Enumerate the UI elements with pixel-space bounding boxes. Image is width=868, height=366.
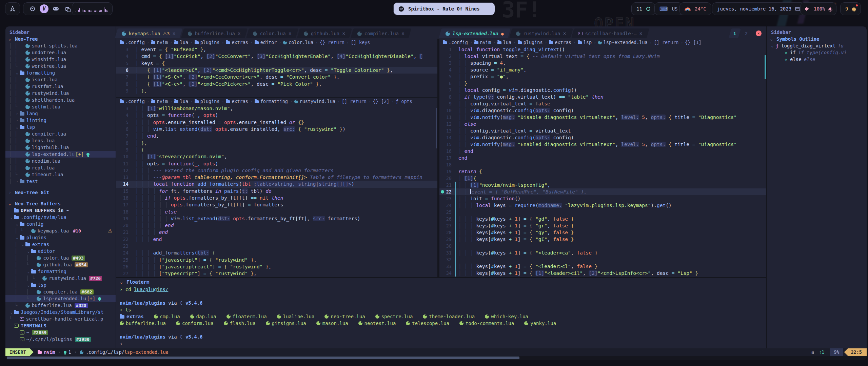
code-line[interactable]: 20│ [1]{ <box>439 175 766 182</box>
tree-item[interactable]: │ │ └ rustywind.lua#726 <box>5 275 116 282</box>
code-line[interactable]: 9│ }, <box>116 87 437 94</box>
section-neo-tree-buffers[interactable]: ⌄Neo-Tree Buffers <box>5 200 116 207</box>
chevron-down-icon[interactable]: ⌄ <box>15 236 20 240</box>
section-neo-tree[interactable]: ⌄Neo-Tree <box>5 36 116 42</box>
code-line[interactable]: 9│ │ config.virtual_text = false <box>439 100 766 107</box>
code-line[interactable]: 4│ │ opts = function(_, opts) <box>116 112 437 119</box>
breadcrumb-item[interactable]: [] return <box>654 40 678 45</box>
code-line[interactable]: 21│ │ │ │ end <box>116 229 437 236</box>
section-neo-tree-git[interactable]: ›Neo-Tree Git <box>5 189 116 196</box>
code-line[interactable]: 28│ │ │ keys[#keys + 1] = { "gy", false … <box>439 229 766 236</box>
code-line[interactable]: 12│ │ │ --- Extend the conform plugin co… <box>116 167 437 174</box>
code-line[interactable]: 5│ │ prefix = "●", <box>439 73 766 80</box>
breadcrumb-item[interactable]: color.lua <box>283 40 313 45</box>
code-line[interactable]: 15│ │ │ │ for ft, formatters in pairs(t:… <box>116 188 437 195</box>
breadcrumb-item[interactable]: lsp <box>578 40 592 45</box>
breadcrumb-item[interactable]: lua <box>497 40 511 45</box>
file-item[interactable]: spectre.lua <box>375 314 413 319</box>
code-line[interactable]: 27│ │ │ keys[#keys + 1] = { "gr", false … <box>439 222 766 229</box>
tree-item[interactable]: │ ›linting <box>5 117 116 124</box>
breadcrumb-item[interactable]: formatting <box>255 99 288 104</box>
code-line[interactable]: 23 <box>116 243 437 249</box>
chevron-down-icon[interactable]: ⌄ <box>15 71 20 75</box>
workspace-gamepad[interactable] <box>51 4 60 13</box>
breadcrumb-item[interactable]: ƒ opts <box>396 99 412 104</box>
workspace-nvim[interactable]: V <box>40 4 48 13</box>
code-line[interactable]: 3│ event = { "BufRead" }, <box>116 46 437 53</box>
floaterm-header[interactable]: ⌄ Floaterm <box>116 278 766 286</box>
code-line[interactable]: 10│ │ [1]"stevearc/conform.nvim", <box>116 153 437 160</box>
tree-item[interactable]: │ │ lsp-extended.lu[+] <box>5 151 116 158</box>
tree-item[interactable]: │ │ lens.lua <box>5 137 116 144</box>
file-item[interactable]: cmp.lua <box>154 314 180 319</box>
scrollbar-handle[interactable] <box>436 108 437 148</box>
tree-item[interactable]: │ ›lang <box>5 110 116 117</box>
code-line[interactable]: 6│ { [1]"<leader>uC", [2]"<cmd>CccHighli… <box>116 67 437 74</box>
tree-item[interactable]: OPEN BUFFERS in ~ <box>5 207 116 214</box>
tab-color-lua[interactable]: color.lua× <box>246 28 298 38</box>
tree-item[interactable]: │ └ github.lua#654 <box>5 261 116 268</box>
breadcrumb-item[interactable]: lua <box>174 99 188 104</box>
tree-item[interactable]: │ │ winshift.lua <box>5 56 116 63</box>
file-item[interactable]: gitsigns.lua <box>266 321 306 326</box>
symbols-outline-header[interactable]: ⌄ Symbols Outline <box>767 36 867 42</box>
tree-item[interactable]: │ │ smart-splits.lua <box>5 42 116 49</box>
media-player-widget[interactable]: Spiritbox - Rule Of Nines <box>393 2 495 15</box>
tab-close-icon[interactable]: × <box>563 30 566 36</box>
tree-item[interactable]: │ │ rustfmt.lua <box>5 83 116 90</box>
symbol-item-else[interactable]: ◇elseelse <box>767 56 867 63</box>
chevron-down-icon[interactable]: ⌄ <box>20 242 25 247</box>
tree-item[interactable]: │ ⌄extras <box>5 241 116 248</box>
chevron-down-icon[interactable]: ⌄ <box>26 283 31 287</box>
chevron-right-icon[interactable]: › <box>15 118 20 123</box>
tree-item[interactable]: │ ⌄editor <box>5 248 116 255</box>
file-item[interactable]: dap.lua <box>190 314 216 319</box>
tree-item[interactable]: ⌄.config/nvim/lua <box>5 214 116 221</box>
code-line[interactable]: 8│ { [1]"<C-c>", [2]"<cmd>CccPick<cr>", … <box>116 80 437 87</box>
file-item[interactable]: conform.lua <box>176 321 214 326</box>
tree-item[interactable]: │ │ compiler.lua#682 <box>5 288 116 295</box>
tree-item[interactable]: │ └ worktree.lua <box>5 63 116 69</box>
code-line[interactable]: 25│ │ │ │ ["javascript"] = { "rustywind"… <box>116 257 437 263</box>
code-line[interactable]: 1local function toggle_diag_virtext() <box>439 46 766 53</box>
code-line[interactable]: 27│ │ │ │ ["typescript"] = { "rustywind"… <box>116 270 437 277</box>
tree-item[interactable]: │ ›test <box>5 178 116 185</box>
tab-close-icon[interactable]: × <box>401 30 405 36</box>
file-item[interactable]: flash.lua <box>224 321 256 326</box>
tree-item[interactable]: │ └ lsp-extended.lu[+] <box>5 295 116 302</box>
tree-item[interactable]: │ │ compiler.lua <box>5 130 116 137</box>
tab-close-icon[interactable]: × <box>639 30 643 36</box>
breadcrumb-item[interactable]: [] keys <box>351 40 370 45</box>
tab-close-icon[interactable]: × <box>342 30 345 36</box>
symbol-item-if[interactable]: ◇ifif type(config.vi <box>767 49 867 56</box>
tree-item[interactable]: │ ⌄lsp <box>5 124 116 130</box>
tree-item[interactable]: │ ⌄formatting <box>5 268 116 275</box>
code-line[interactable]: 10│ │ vim.diagnostic.config(opts: config… <box>439 107 766 114</box>
tree-item[interactable]: ⌄Juegos/Indies/SteamLibrary/st <box>5 309 116 316</box>
chevron-right-icon[interactable]: › <box>15 179 20 184</box>
file-item[interactable]: todo-comments.lua <box>459 321 514 326</box>
launcher-button[interactable] <box>5 2 20 15</box>
tree-item[interactable]: │ │ lightbulb.lua <box>5 144 116 151</box>
terminal-scrollbar[interactable] <box>7 357 519 359</box>
tree-item[interactable]: │ │ undotree.lua <box>5 49 116 56</box>
code-line[interactable]: 29│ │ │ keys[#keys + 1] = { "gI", false … <box>439 236 766 243</box>
tree-item[interactable]: │ └ sqlfmt.lua <box>5 103 116 110</box>
breadcrumb-item[interactable]: editor <box>255 40 277 45</box>
code-line[interactable]: 22│ │ event = { "BufReadPre", "BufNewFil… <box>439 188 766 195</box>
code-line[interactable]: 18│ │ │ │ │ else <box>116 208 437 215</box>
file-item[interactable]: extras <box>120 314 144 319</box>
code-line[interactable]: 19return { <box>439 168 766 175</box>
file-item[interactable]: yanky.lua <box>524 321 556 326</box>
breadcrumb-item[interactable]: .config <box>120 40 145 45</box>
file-item[interactable]: bufferline.lua <box>120 321 166 326</box>
code-line[interactable]: 17│ │ │ │ │ │ opts.formatters_by_ft[ft] … <box>116 201 437 208</box>
breadcrumb-item[interactable]: lsp-extended.lua <box>598 40 648 45</box>
tree-item[interactable]: ~/.c/n/l/plugins#3980 <box>5 336 116 343</box>
breadcrumb-item[interactable]: plugins <box>195 99 220 104</box>
code-line[interactable]: 20│ │ │ │ │ end <box>116 222 437 229</box>
volume-widget[interactable]: 100% <box>800 2 836 15</box>
code-line[interactable]: 34│ │ │ keys[#keys + 1] = { [1]"<leader>… <box>439 270 766 277</box>
tree-item[interactable]: │ │ neodim.lua <box>5 158 116 164</box>
breadcrumb-item[interactable]: plugins <box>195 40 220 45</box>
